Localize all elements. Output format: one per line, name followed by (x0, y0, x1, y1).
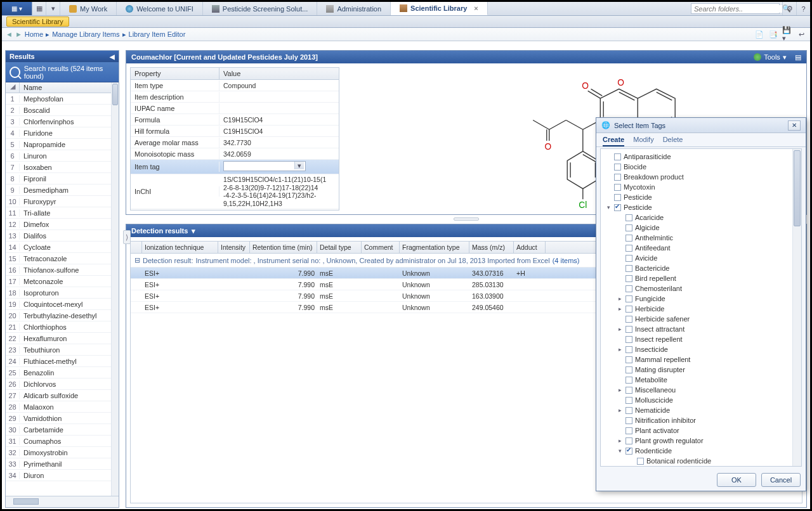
tree-node[interactable]: Carbanilate rodenticide (602, 466, 800, 467)
dialog-tab-delete[interactable]: Delete (663, 136, 683, 146)
detection-col-header[interactable]: Fragmentation type (400, 242, 469, 253)
list-item[interactable]: 7Isoxaben (6, 162, 119, 173)
checkbox[interactable] (625, 326, 632, 333)
editor-tools[interactable]: Tools ▾ ▤ (754, 53, 801, 61)
tree-node[interactable]: Mammal repellent (602, 354, 800, 365)
tree-node[interactable]: ▸Insecticide (602, 344, 800, 354)
undo-icon[interactable]: ↩ (796, 29, 806, 39)
checkbox[interactable] (614, 184, 621, 191)
ok-button[interactable]: OK (717, 473, 756, 487)
list-item[interactable]: 9Desmedipham (6, 184, 119, 196)
list-item[interactable]: 26Dichlorvos (6, 378, 119, 390)
tree-node[interactable]: Biocide (602, 162, 800, 172)
tree-node[interactable]: Algicide (602, 223, 800, 233)
list-item[interactable]: 24Fluthiacet-methyl (6, 356, 119, 367)
collapse-icon[interactable]: ◀ (110, 53, 115, 60)
list-item[interactable]: 5Napropamide (6, 139, 119, 150)
tree-node[interactable]: Antifeedant (602, 243, 800, 253)
checkbox[interactable] (637, 458, 644, 465)
list-item[interactable]: 4Fluridone (6, 127, 119, 139)
expand-icon[interactable]: ▸ (617, 437, 623, 444)
tree-node[interactable]: Breakdown product (602, 172, 800, 182)
checkbox[interactable] (625, 437, 632, 444)
tree-node[interactable]: Chemosterilant (602, 283, 800, 294)
list-item[interactable]: 25Benazolin (6, 367, 119, 378)
tree-node[interactable]: ▸Herbicide (602, 304, 800, 314)
checkbox[interactable] (614, 164, 621, 171)
dialog-tab-modify[interactable]: Modify (633, 136, 653, 146)
tree-node[interactable]: Herbicide safener (602, 314, 800, 324)
checkbox[interactable] (625, 224, 632, 231)
checkbox[interactable] (625, 417, 632, 424)
checkbox[interactable] (625, 285, 632, 292)
property-row[interactable]: Item tag (131, 160, 339, 174)
checkbox[interactable] (625, 407, 632, 414)
tree-node[interactable]: Nitrification inhibitor (602, 415, 800, 425)
checkbox[interactable] (625, 336, 632, 343)
tab-my-work[interactable]: My Work (60, 2, 117, 15)
tree-node[interactable]: ▸Nematicide (602, 405, 800, 415)
save-icon[interactable]: 💾▾ (782, 29, 792, 39)
checkbox[interactable] (625, 245, 632, 252)
checkbox[interactable] (625, 295, 632, 302)
checkbox[interactable] (614, 194, 621, 201)
checkbox[interactable] (625, 265, 632, 272)
expand-icon[interactable]: ▸ (617, 326, 623, 332)
name-column-header[interactable]: Name (20, 82, 119, 93)
expand-icon[interactable]: ▸ (617, 407, 623, 413)
dialog-titlebar[interactable]: 🌐 Select Item Tags ✕ (596, 118, 806, 133)
tree-node[interactable]: ▸Plant growth regulator (602, 436, 800, 446)
checkbox[interactable] (625, 366, 632, 373)
tree-node[interactable]: Avicide (602, 253, 800, 263)
tab-scientific-library[interactable]: Scientific Library× (391, 2, 488, 15)
tree-node[interactable]: Botanical rodenticide (602, 456, 800, 466)
tree-node[interactable]: Metabolite (602, 375, 800, 385)
close-icon[interactable]: ✕ (788, 120, 801, 131)
tree-node[interactable]: ▸Fungicide (602, 294, 800, 304)
list-item[interactable]: 12Dimefox (6, 219, 119, 230)
list-item[interactable]: 34Diuron (6, 470, 119, 481)
dialog-tab-create[interactable]: Create (603, 136, 624, 146)
context-chip[interactable]: Scientific Library (6, 16, 69, 27)
list-item[interactable]: 6Linuron (6, 150, 119, 162)
detection-col-header[interactable]: Mass (m/z) (469, 242, 514, 253)
item-tag-dropdown[interactable] (223, 161, 306, 171)
checkbox[interactable] (625, 214, 632, 221)
breadcrumb-2[interactable]: Library Item Editor (129, 30, 186, 38)
expand-icon[interactable]: ▾ (617, 448, 623, 454)
expand-icon[interactable]: ▸ (617, 387, 623, 393)
list-item[interactable]: 16Thiofanox-sulfone (6, 264, 119, 276)
tree-node[interactable]: Mating disrupter (602, 365, 800, 375)
checkbox[interactable] (625, 387, 632, 394)
checkbox[interactable] (625, 356, 632, 363)
checkbox[interactable] (625, 235, 632, 242)
tree-node[interactable]: ▾Rodenticide (602, 446, 800, 456)
checkbox[interactable] (625, 427, 632, 434)
detection-col-header[interactable] (131, 242, 142, 253)
checkbox[interactable] (625, 306, 632, 313)
checkbox[interactable] (625, 316, 632, 323)
list-item[interactable]: 31Coumaphos (6, 436, 119, 447)
view-dropdown-button[interactable]: ▾ (46, 2, 60, 15)
breadcrumb-1[interactable]: Manage Library Items (52, 30, 119, 38)
tree-vscrollbar[interactable] (792, 149, 801, 466)
list-item[interactable]: 14Cycloate (6, 242, 119, 253)
folder-search[interactable]: 🔍 (691, 3, 780, 14)
list-item[interactable]: 15Tetraconazole (6, 253, 119, 264)
tree-node[interactable]: Plant activator (602, 425, 800, 436)
detection-col-header[interactable]: Intensity (218, 242, 250, 253)
list-item[interactable]: 3Chlorfenvinphos (6, 116, 119, 127)
expand-icon[interactable]: ▸ (617, 346, 623, 353)
list-item[interactable]: 27Aldicarb sulfoxide (6, 390, 119, 401)
tree-node[interactable]: Pesticide (602, 192, 800, 202)
list-item[interactable]: 32Dimoxystrobin (6, 447, 119, 458)
nav-back-icon[interactable]: ◄ (6, 30, 13, 38)
expand-icon[interactable]: ▸ (617, 306, 623, 312)
tab-welcome-to-unifi[interactable]: Welcome to UNIFI (117, 2, 203, 15)
detection-col-header[interactable]: Detail type (317, 242, 362, 253)
list-item[interactable]: 1Mephosfolan (6, 93, 119, 105)
tree-node[interactable]: ▸Miscellaneou (602, 385, 800, 395)
detection-col-header[interactable]: Retention time (min) (250, 242, 317, 253)
property-col-header[interactable]: Property (131, 68, 219, 79)
list-item[interactable]: 18Isoproturon (6, 287, 119, 299)
